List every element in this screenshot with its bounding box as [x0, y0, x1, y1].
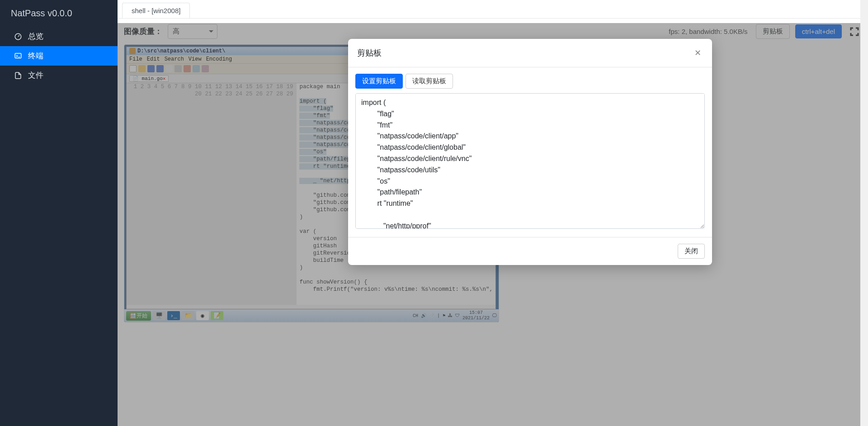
- terminal-icon: [14, 52, 23, 61]
- file-icon: [14, 71, 23, 80]
- page-scrollbar[interactable]: [860, 0, 868, 426]
- tab-shell[interactable]: shell - [win2008]: [122, 3, 190, 18]
- svg-rect-1: [15, 53, 21, 58]
- tab-bar: shell - [win2008]: [118, 0, 868, 19]
- sidebar-item-label: 总览: [28, 31, 43, 42]
- modal-footer: 关闭: [348, 237, 712, 265]
- modal-header: 剪贴板 ✕: [348, 39, 712, 67]
- clipboard-modal: 剪贴板 ✕ 设置剪贴板 读取剪贴板 关闭: [348, 39, 712, 265]
- clipboard-textarea[interactable]: [355, 93, 705, 229]
- app-title: NatPass v0.0.0: [0, 0, 118, 27]
- modal-title: 剪贴板: [357, 47, 382, 58]
- close-icon[interactable]: ✕: [693, 47, 703, 59]
- sidebar-item-terminal[interactable]: 终端: [0, 46, 118, 66]
- sidebar-item-label: 终端: [28, 51, 43, 61]
- modal-close-button[interactable]: 关闭: [678, 244, 705, 259]
- dashboard-icon: [14, 32, 23, 41]
- set-clipboard-tab[interactable]: 设置剪贴板: [355, 74, 403, 89]
- sidebar-item-label: 文件: [28, 70, 43, 80]
- sidebar: NatPass v0.0.0 总览 终端 文件: [0, 0, 118, 426]
- get-clipboard-tab[interactable]: 读取剪贴板: [406, 74, 453, 89]
- sidebar-item-overview[interactable]: 总览: [0, 27, 118, 46]
- main-area: shell - [win2008] 图像质量： 高 fps: 2, bandwi…: [118, 0, 868, 426]
- modal-tabs: 设置剪贴板 读取剪贴板: [355, 74, 705, 89]
- modal-body: 设置剪贴板 读取剪贴板: [348, 67, 712, 237]
- sidebar-item-files[interactable]: 文件: [0, 66, 118, 85]
